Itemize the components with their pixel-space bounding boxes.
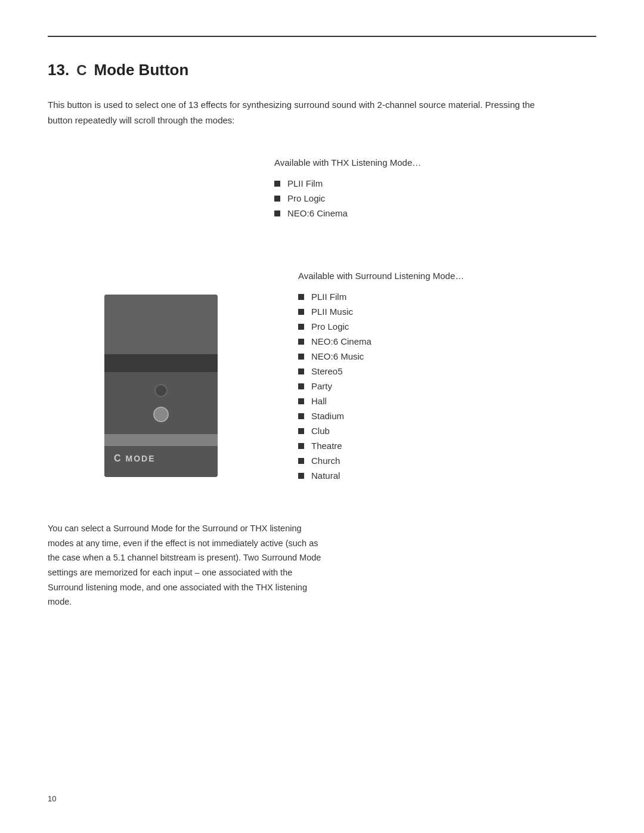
list-item: NEO:6 Cinema xyxy=(274,208,421,218)
surround-item-10: Club xyxy=(311,426,330,436)
list-item: Pro Logic xyxy=(298,321,464,332)
list-item: Church xyxy=(298,456,464,466)
list-item: Club xyxy=(298,426,464,436)
surround-item-12: Church xyxy=(311,456,340,466)
bullet-icon xyxy=(298,354,304,360)
thx-mode-list: PLII Film Pro Logic NEO:6 Cinema xyxy=(274,178,421,218)
list-item: Hall xyxy=(298,396,464,406)
list-item: NEO:6 Music xyxy=(298,351,464,361)
list-item: PLII Film xyxy=(274,178,421,188)
device-dark-bar xyxy=(104,354,218,372)
surround-item-2: PLII Music xyxy=(311,306,353,317)
device-button-circle[interactable] xyxy=(153,407,169,422)
list-item: Stereo5 xyxy=(298,366,464,376)
device-body xyxy=(104,372,218,434)
device-illustration: C MODE xyxy=(104,295,218,477)
bullet-icon xyxy=(298,294,304,300)
surround-item-6: Stereo5 xyxy=(311,366,343,376)
bullet-icon xyxy=(298,324,304,330)
bullet-icon xyxy=(298,458,304,464)
bullet-icon xyxy=(274,210,280,216)
device-illustration-area: C MODE xyxy=(48,271,274,497)
surround-item-11: Theatre xyxy=(311,441,342,451)
list-item: NEO:6 Cinema xyxy=(298,336,464,346)
list-item: Pro Logic xyxy=(274,193,421,203)
device-indicator-dot xyxy=(154,384,168,397)
surround-mode-list: PLII Film PLII Music Pro Logic NEO:6 Cin… xyxy=(298,292,464,481)
list-item: Natural xyxy=(298,470,464,481)
list-item: PLII Music xyxy=(298,306,464,317)
bullet-icon xyxy=(298,368,304,374)
bullet-icon xyxy=(298,413,304,419)
thx-item-2: Pro Logic xyxy=(287,193,325,203)
surround-item-9: Stadium xyxy=(311,411,344,421)
section-number: 13. xyxy=(48,61,69,79)
top-divider xyxy=(48,36,596,37)
bullet-icon xyxy=(298,428,304,434)
thx-item-3: NEO:6 Cinema xyxy=(287,208,348,218)
footer-text: You can select a Surround Mode for the S… xyxy=(48,521,322,609)
bullet-icon xyxy=(298,473,304,479)
device-mode-label: MODE xyxy=(126,454,156,463)
surround-item-8: Hall xyxy=(311,396,327,406)
device-container: C MODE xyxy=(48,295,274,477)
device-label-area: C MODE xyxy=(104,446,218,471)
surround-item-1: PLII Film xyxy=(311,292,346,302)
thx-item-1: PLII Film xyxy=(287,178,323,188)
bullet-icon xyxy=(298,443,304,449)
list-item: Theatre xyxy=(298,441,464,451)
device-bottom-bar xyxy=(104,434,218,446)
main-content-area: C MODE Available with Surround Listening… xyxy=(48,271,596,497)
thx-mode-title: Available with THX Listening Mode… xyxy=(274,157,421,168)
list-item: Stadium xyxy=(298,411,464,421)
surround-section: Available with Surround Listening Mode… … xyxy=(298,271,464,485)
device-mode-icon: C xyxy=(114,453,121,464)
bullet-icon xyxy=(298,398,304,404)
section-header: 13. C Mode Button xyxy=(48,61,596,79)
surround-item-3: Pro Logic xyxy=(311,321,349,332)
bullet-icon xyxy=(274,181,280,187)
surround-item-4: NEO:6 Cinema xyxy=(311,336,371,346)
device-bottom-rounded xyxy=(104,471,218,477)
bullet-icon xyxy=(298,339,304,345)
thx-section: Available with THX Listening Mode… PLII … xyxy=(274,157,421,223)
device-top-section xyxy=(104,295,218,354)
intro-text: This button is used to select one of 13 … xyxy=(48,97,537,128)
list-item: PLII Film xyxy=(298,292,464,302)
bullet-icon xyxy=(298,309,304,315)
surround-item-7: Party xyxy=(311,381,332,391)
mode-icon: C xyxy=(76,62,86,79)
bullet-icon xyxy=(274,196,280,202)
surround-item-13: Natural xyxy=(311,470,340,481)
surround-item-5: NEO:6 Music xyxy=(311,351,364,361)
section-title: Mode Button xyxy=(94,61,189,79)
page-number: 10 xyxy=(48,794,56,803)
bullet-icon xyxy=(298,383,304,389)
surround-mode-title: Available with Surround Listening Mode… xyxy=(298,271,464,281)
list-item: Party xyxy=(298,381,464,391)
